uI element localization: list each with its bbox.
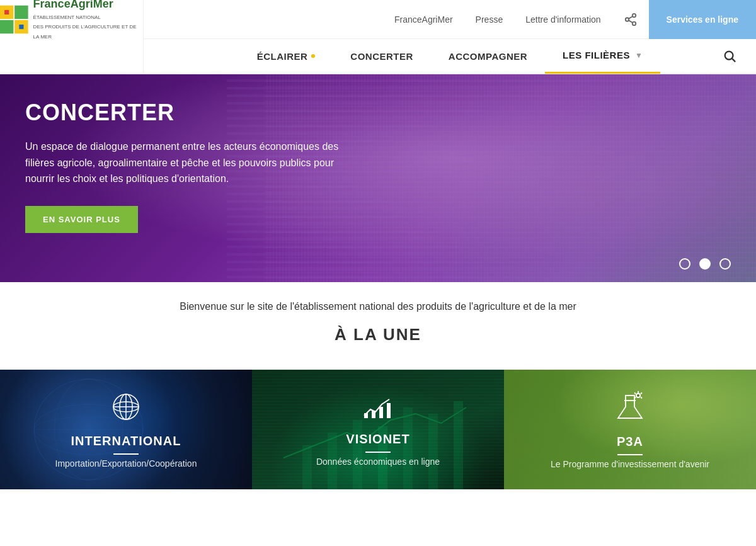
hero-description: Un espace de dialogue permanent entre le… [25, 139, 353, 187]
carousel-dot-3[interactable] [719, 258, 731, 270]
card-p3a-title: P3A [551, 435, 709, 449]
carousel-dots [679, 258, 731, 270]
hero-content: CONCERTER Un espace de dialogue permanen… [0, 74, 378, 258]
card-p3a-divider [617, 454, 643, 455]
logo-box: FranceAgriMer ÉTABLISSEMENT NATIONAL DES… [0, 0, 143, 42]
main-nav-items-container: ÉCLAIRER CONCERTER ACCOMPAGNER LES FILIÈ… [144, 39, 756, 73]
svg-rect-2 [0, 20, 13, 33]
cards-row: INTERNATIONAL Importation/Exportation/Co… [0, 370, 756, 489]
eclairer-dot [311, 54, 315, 58]
visionet-icon [316, 393, 440, 427]
logo-tagline-1: ÉTABLISSEMENT NATIONAL [33, 14, 101, 20]
card-international-title: INTERNATIONAL [55, 434, 197, 448]
svg-line-12 [732, 59, 735, 62]
card-visionet[interactable]: VISIONET Données économiques en ligne [252, 370, 504, 489]
svg-line-9 [628, 20, 632, 23]
svg-rect-30 [364, 413, 368, 418]
nav-link-lettre[interactable]: Lettre d'information [514, 0, 612, 39]
card-visionet-subtitle: Données économiques en ligne [316, 457, 440, 467]
svg-line-41 [641, 397, 642, 398]
welcome-text: Bienvenue sur le site de l'établissement… [25, 301, 731, 312]
international-icon [55, 391, 197, 429]
svg-line-39 [641, 392, 642, 394]
search-icon [723, 49, 736, 63]
p3a-icon [551, 390, 709, 429]
card-international[interactable]: INTERNATIONAL Importation/Exportation/Co… [0, 370, 252, 489]
card-visionet-title: VISIONET [316, 432, 440, 446]
card-international-subtitle: Importation/Exportation/Coopération [55, 458, 197, 469]
nav-link-france-agrimer[interactable]: FranceAgriMer [383, 0, 464, 39]
logo-tagline-2: DES PRODUITS DE L'AGRICULTURE ET DE LA M… [33, 24, 137, 40]
svg-point-36 [637, 394, 639, 397]
carousel-dot-2[interactable] [699, 258, 711, 270]
top-nav: FranceAgriMer Presse Lettre d'informatio… [144, 0, 756, 39]
nav-filieres[interactable]: LES FILIÈRES ▼ [545, 38, 660, 74]
services-button[interactable]: Services en ligne [649, 0, 756, 39]
nav-link-presse[interactable]: Presse [464, 0, 515, 39]
filieres-arrow: ▼ [635, 51, 643, 60]
svg-rect-33 [387, 403, 391, 418]
hero-cta-button[interactable]: EN SAVOIR PLUS [25, 206, 138, 233]
logo-text: FranceAgriMer ÉTABLISSEMENT NATIONAL DES… [33, 0, 143, 42]
nav-eclairer[interactable]: ÉCLAIRER [239, 38, 333, 74]
card-p3a[interactable]: P3A Le Programme d'investissement d'aven… [504, 370, 756, 489]
a-la-une-title: À LA UNE [25, 325, 731, 344]
top-nav-links: FranceAgriMer Presse Lettre d'informatio… [383, 0, 756, 39]
svg-point-7 [625, 18, 629, 21]
nav-concerter[interactable]: CONCERTER [333, 38, 431, 74]
carousel-dot-1[interactable] [679, 258, 690, 270]
card-visionet-divider [365, 452, 391, 453]
search-button[interactable] [716, 42, 743, 70]
svg-rect-29 [454, 401, 463, 489]
svg-rect-4 [4, 9, 9, 14]
svg-rect-31 [372, 411, 375, 418]
main-nav-items: ÉCLAIRER CONCERTER ACCOMPAGNER LES FILIÈ… [239, 38, 661, 74]
header-top: FranceAgriMer ÉTABLISSEMENT NATIONAL DES… [0, 0, 756, 39]
card-p3a-content: P3A Le Programme d'investissement d'aven… [538, 390, 722, 469]
svg-line-10 [628, 16, 632, 18]
svg-point-8 [632, 21, 636, 25]
hero-section: CONCERTER Un espace de dialogue permanen… [0, 74, 756, 282]
card-p3a-subtitle: Le Programme d'investissement d'avenir [551, 459, 709, 469]
svg-line-38 [634, 392, 636, 394]
nav-accompagner[interactable]: ACCOMPAGNER [431, 38, 545, 74]
card-visionet-content: VISIONET Données économiques en ligne [304, 393, 452, 467]
svg-point-11 [725, 52, 733, 60]
nav-spacer [0, 39, 144, 73]
welcome-section: Bienvenue sur le site de l'établissement… [0, 282, 756, 319]
brand-name: FranceAgriMer [33, 0, 143, 12]
logo-icon [0, 4, 28, 35]
svg-rect-5 [19, 25, 23, 29]
share-icon[interactable] [612, 0, 649, 39]
card-international-content: INTERNATIONAL Importation/Exportation/Co… [43, 391, 210, 469]
logo-area[interactable]: FranceAgriMer ÉTABLISSEMENT NATIONAL DES… [0, 0, 144, 39]
svg-point-6 [632, 13, 636, 17]
card-international-divider [113, 453, 139, 455]
main-nav-bar: ÉCLAIRER CONCERTER ACCOMPAGNER LES FILIÈ… [0, 39, 756, 74]
a-la-une-section: À LA UNE [0, 319, 756, 370]
hero-title: CONCERTER [25, 100, 353, 126]
svg-rect-32 [379, 407, 383, 418]
svg-rect-1 [14, 5, 28, 18]
